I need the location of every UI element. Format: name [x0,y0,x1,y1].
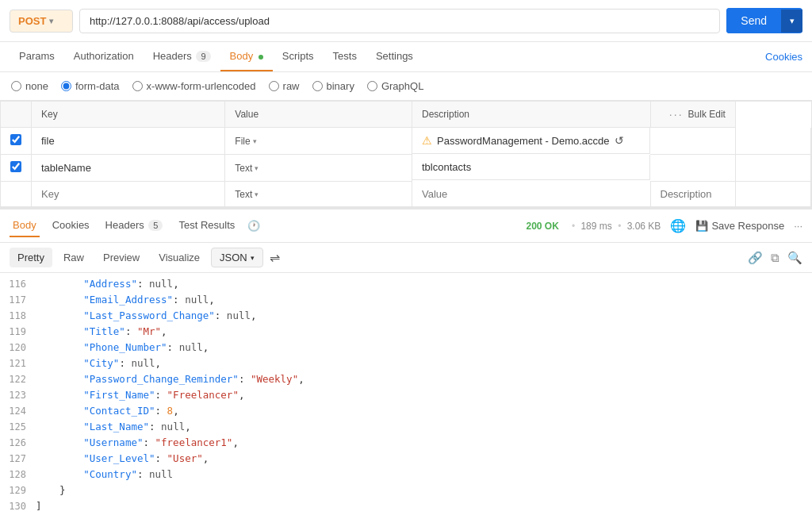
response-meta: • 189 ms • 3.06 KB [569,221,661,232]
line-content: "Phone_Number": null, [36,340,812,356]
code-line: 130] [0,498,812,514]
tab-scripts[interactable]: Scripts [273,42,324,71]
code-line: 129 } [0,482,812,498]
bulk-more-icon: ··· [669,108,684,121]
tab-tests[interactable]: Tests [324,42,366,71]
tab-headers[interactable]: Headers 9 [144,42,220,71]
send-button[interactable]: Send [726,8,781,33]
code-line: 122 "Password_Change_Reminder": "Weekly"… [0,371,812,387]
fmt-tab-raw[interactable]: Raw [56,248,92,267]
empty-value-cell[interactable] [412,182,651,207]
table-row: tableName Text ▾ tblcontacts [1,155,811,182]
empty-type-select[interactable]: Text ▾ [235,189,259,200]
line-number: 124 [0,403,36,419]
body-type-formdata[interactable]: form-data [61,80,120,92]
fmt-tab-visualize[interactable]: Visualize [151,248,208,267]
line-number: 123 [0,387,36,403]
body-type-urlencoded[interactable]: x-www-form-urlencoded [132,80,256,92]
send-dropdown-button[interactable]: ▾ [781,10,802,33]
params-table-container: Key Value Description ··· Bulk Edit file [0,101,812,208]
code-view: 116 "Address": null,117 "Email_Address":… [0,273,812,519]
row2-type-label: Text [235,163,252,174]
line-content: "Email_Address": null, [36,292,812,308]
response-tab-headers[interactable]: Headers 5 [102,214,167,237]
line-number: 119 [0,324,36,340]
response-tab-test-results[interactable]: Test Results [175,214,238,237]
bulk-edit-label[interactable]: Bulk Edit [688,109,726,120]
line-number: 116 [0,276,36,292]
filter-button[interactable]: ⇌ [270,250,280,265]
params-table: Key Value Description ··· Bulk Edit file [1,102,811,207]
code-line: 127 "User_Level": "User", [0,451,812,467]
line-content: "Country": null [36,467,812,482]
globe-icon[interactable]: 🌐 [670,218,686,233]
code-line: 125 "Last_Name": null, [0,419,812,435]
row1-key-cell: file [32,128,225,155]
format-right-icons: 🔗 ⧉ 🔍 [748,251,802,265]
row1-warning-icon: ⚠ [422,134,432,147]
line-number: 129 [0,482,36,498]
body-type-binary[interactable]: binary [312,80,354,92]
empty-type-chevron-icon: ▾ [255,190,259,198]
line-number: 122 [0,371,36,387]
copy-icon-button[interactable]: ⧉ [771,251,779,265]
row1-type-label: File [235,136,250,147]
line-content: "Contact_ID": 8, [36,403,812,419]
code-line: 126 "Username": "freelancer1", [0,435,812,451]
table-header-row: Key Value Description ··· Bulk Edit [1,102,811,128]
url-input[interactable] [79,9,720,33]
row2-checkbox[interactable] [10,161,21,172]
row1-checkbox[interactable] [10,134,21,145]
line-content: "Last_Password_Change": null, [36,308,812,324]
line-number: 126 [0,435,36,451]
code-line: 121 "City": null, [0,356,812,371]
body-type-none[interactable]: none [11,80,48,92]
row1-type-select[interactable]: File ▾ [235,136,256,147]
row2-type-select[interactable]: Text ▾ [235,163,259,174]
save-response-button[interactable]: 💾 Save Response [695,220,784,232]
empty-desc-cell[interactable] [650,182,735,207]
response-tab-body[interactable]: Body [10,214,40,237]
history-icon[interactable]: 🕐 [247,220,260,232]
json-format-label: JSON [220,252,247,263]
empty-key-cell[interactable] [32,182,225,207]
line-content: ] [36,498,812,514]
tab-params[interactable]: Params [10,42,64,71]
row2-desc-cell [650,155,735,182]
code-line: 128 "Country": null [0,467,812,482]
row1-refresh-button[interactable]: ↺ [615,134,624,147]
link-icon-button[interactable]: 🔗 [748,251,763,265]
line-number: 128 [0,467,36,482]
response-tab-cookies[interactable]: Cookies [49,214,93,237]
fmt-tab-preview[interactable]: Preview [95,248,147,267]
main-tab-nav: Params Authorization Headers 9 Body Scri… [0,42,812,72]
save-icon: 💾 [695,220,708,232]
empty-desc-input[interactable] [661,188,726,200]
fmt-tab-pretty[interactable]: Pretty [10,248,52,267]
empty-value-input[interactable] [422,188,641,200]
search-icon-button[interactable]: 🔍 [787,251,802,265]
response-more-icon[interactable]: ··· [794,220,802,232]
tab-settings[interactable]: Settings [366,42,423,71]
row2-type-cell: Text ▾ [225,155,412,182]
line-number: 127 [0,451,36,467]
line-number: 117 [0,292,36,308]
empty-type-label: Text [235,189,252,200]
empty-key-input[interactable] [41,188,215,200]
line-number: 120 [0,340,36,356]
line-content: } [36,482,812,498]
code-line: 116 "Address": null, [0,276,812,292]
body-type-graphql[interactable]: GraphQL [367,80,423,92]
response-size: 3.06 KB [627,221,661,232]
row1-type-chevron-icon: ▾ [253,137,257,145]
table-row-empty: Text ▾ [1,182,811,207]
json-format-select[interactable]: JSON ▾ [211,248,263,267]
code-line: 124 "Contact_ID": 8, [0,403,812,419]
send-button-group: Send ▾ [726,8,802,33]
method-select[interactable]: POST ▾ [10,10,73,33]
tab-authorization[interactable]: Authorization [64,42,144,71]
cookies-link[interactable]: Cookies [765,51,802,63]
tab-body[interactable]: Body [220,42,273,71]
body-type-raw[interactable]: raw [269,80,300,92]
row2-value-cell: tblcontacts [412,155,650,180]
